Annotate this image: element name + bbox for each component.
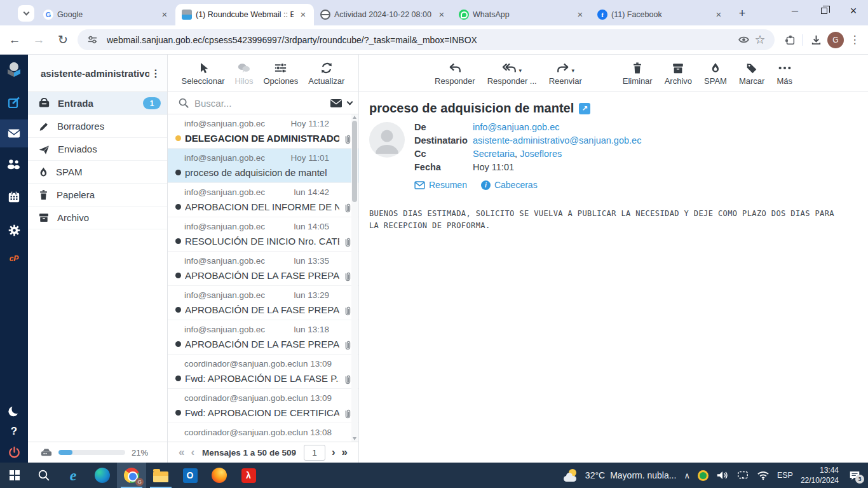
tab-close-icon[interactable]: × bbox=[574, 9, 586, 20]
reload-button[interactable]: ↻ bbox=[53, 30, 72, 50]
page-number-input[interactable] bbox=[304, 445, 325, 461]
search-input[interactable]: Buscar... bbox=[194, 98, 325, 109]
preview-eye-icon[interactable] bbox=[735, 32, 752, 48]
headers-link[interactable]: i Cabeceras bbox=[481, 180, 538, 190]
tab-search-button[interactable] bbox=[18, 5, 34, 22]
profile-avatar[interactable]: G bbox=[827, 32, 844, 48]
refresh-button[interactable]: Actualizar bbox=[308, 60, 344, 86]
more-button[interactable]: Más bbox=[776, 60, 792, 86]
open-in-new-window-icon[interactable]: ↗ bbox=[579, 103, 590, 114]
scroll-up-arrow[interactable] bbox=[353, 116, 356, 119]
message-list-item[interactable]: info@sanjuan.gob.ec lun 13:18 APROBACIÓN… bbox=[168, 320, 358, 355]
archive-button[interactable]: Archivo bbox=[665, 60, 692, 86]
tab-close-icon[interactable]: × bbox=[159, 9, 170, 20]
extensions-icon[interactable] bbox=[781, 31, 799, 49]
contacts-nav-button[interactable] bbox=[0, 150, 28, 178]
reply-all-button[interactable]: ▾ Responder ... bbox=[487, 60, 537, 86]
browser-tab[interactable]: f (11) Facebook × bbox=[591, 4, 729, 25]
url-text[interactable]: webmail.sanjuan.gob.ec/cpsess5423996997/… bbox=[107, 35, 735, 45]
volume-icon[interactable] bbox=[716, 470, 729, 481]
taskbar-outlook-icon[interactable]: O bbox=[175, 463, 205, 488]
tray-expand-icon[interactable]: ∧ bbox=[684, 471, 690, 480]
taskbar-clock[interactable]: 13:44 22/10/2024 bbox=[801, 465, 839, 485]
tab-close-icon[interactable]: × bbox=[297, 9, 309, 20]
sidebar-item-borradores[interactable]: Borradores bbox=[28, 115, 167, 138]
site-settings-icon[interactable] bbox=[84, 32, 100, 48]
cc-address-link[interactable]: Joseflores bbox=[520, 149, 562, 159]
back-button[interactable]: ← bbox=[5, 30, 24, 50]
message-list-item[interactable]: coordinador@sanjuan.gob.ec lun 13:09 Fwd… bbox=[168, 389, 358, 423]
search-scope-envelope-icon[interactable] bbox=[330, 98, 342, 108]
browser-tab[interactable]: Actividad 2024-10-22 08:00: × bbox=[314, 4, 452, 25]
message-list-item[interactable]: info@sanjuan.gob.ec Hoy 11:01 proceso de… bbox=[168, 149, 358, 183]
account-menu-icon[interactable]: ⋮ bbox=[149, 67, 162, 79]
scrollbar-thumb[interactable] bbox=[352, 121, 357, 202]
summary-link[interactable]: Resumen bbox=[414, 180, 467, 190]
options-button[interactable]: Opciones bbox=[263, 60, 298, 86]
message-list-item[interactable]: info@sanjuan.gob.ec lun 13:35 APROBACIÓN… bbox=[168, 252, 358, 286]
message-list-item[interactable]: info@sanjuan.gob.ec Hoy 11:12 DELEGACION… bbox=[168, 114, 358, 149]
keyboard-language[interactable]: ESP bbox=[777, 471, 793, 480]
search-bar[interactable]: Buscar... bbox=[168, 92, 358, 114]
sidebar-item-enviados[interactable]: Enviados bbox=[28, 138, 167, 161]
message-list-item[interactable]: coordinador@sanjuan.gob.ec lun 13:08 bbox=[168, 423, 358, 442]
forward-caret-icon[interactable]: ▾ bbox=[571, 67, 574, 74]
select-button[interactable]: Seleccionar bbox=[182, 60, 225, 86]
dark-mode-moon-icon[interactable] bbox=[8, 405, 20, 417]
browser-tab[interactable]: (1) Roundcube Webmail :: En × bbox=[175, 4, 314, 25]
sidebar-item-papelera[interactable]: Papelera bbox=[28, 184, 167, 207]
wireless-display-icon[interactable] bbox=[736, 470, 749, 480]
search-scope-chevron-icon[interactable] bbox=[347, 99, 353, 105]
reply-all-caret-icon[interactable]: ▾ bbox=[519, 67, 522, 74]
settings-gear-icon[interactable] bbox=[0, 216, 28, 244]
forward-button[interactable]: ▾ Reenviar bbox=[549, 60, 582, 86]
logout-power-icon[interactable] bbox=[8, 445, 21, 459]
prev-page-button[interactable]: ‹ bbox=[191, 446, 194, 459]
taskbar-chrome-icon[interactable]: G bbox=[117, 463, 146, 488]
scroll-down-arrow[interactable] bbox=[353, 437, 356, 440]
notification-center-icon[interactable]: 3 bbox=[846, 467, 863, 484]
cpanel-logo-icon[interactable]: cP bbox=[0, 249, 28, 268]
mark-button[interactable]: Marcar bbox=[739, 60, 764, 86]
threads-button[interactable]: Hilos bbox=[235, 60, 254, 86]
tab-close-icon[interactable]: × bbox=[436, 9, 447, 20]
wifi-icon[interactable] bbox=[757, 470, 770, 480]
taskbar-ie-icon[interactable]: e bbox=[58, 463, 88, 488]
close-window-button[interactable]: × bbox=[839, 0, 868, 22]
message-list-item[interactable]: info@sanjuan.gob.ec lun 13:29 APROBACIÓN… bbox=[168, 286, 358, 320]
message-list-item[interactable]: info@sanjuan.gob.ec lun 14:05 RESOLUCIÓN… bbox=[168, 217, 358, 252]
message-list-item[interactable]: coordinador@sanjuan.gob.ec lun 13:09 Fwd… bbox=[168, 355, 358, 389]
delete-button[interactable]: Eliminar bbox=[623, 60, 653, 86]
antivirus-tray-icon[interactable] bbox=[698, 470, 709, 481]
forward-button[interactable]: → bbox=[29, 30, 48, 50]
mail-nav-button[interactable] bbox=[0, 119, 28, 147]
last-page-button[interactable]: » bbox=[342, 446, 348, 459]
restore-button[interactable] bbox=[810, 0, 839, 22]
sidebar-item-entrada[interactable]: Entrada 1 bbox=[28, 92, 167, 115]
new-tab-button[interactable]: + bbox=[733, 4, 751, 22]
weather-widget[interactable]: 32°C Mayorm. nubla... bbox=[564, 469, 677, 482]
start-button[interactable] bbox=[0, 463, 29, 488]
taskbar-firefox-icon[interactable] bbox=[205, 463, 234, 488]
cc-address-link[interactable]: Secretaria bbox=[473, 149, 515, 159]
message-list-item[interactable]: info@sanjuan.gob.ec lun 14:42 APROBACION… bbox=[168, 183, 358, 217]
calendar-nav-button[interactable] bbox=[0, 183, 28, 211]
taskbar-edge-icon[interactable] bbox=[88, 463, 117, 488]
from-address-link[interactable]: info@sanjuan.gob.ec bbox=[473, 122, 559, 132]
browser-menu-icon[interactable]: ⋮ bbox=[846, 33, 863, 46]
taskbar-search-button[interactable] bbox=[29, 463, 58, 488]
list-scrollbar[interactable] bbox=[351, 114, 358, 442]
bookmark-star-icon[interactable]: ☆ bbox=[752, 32, 768, 48]
browser-tab[interactable]: WhatsApp × bbox=[452, 4, 591, 25]
minimize-button[interactable]: ─ bbox=[780, 0, 810, 22]
address-bar[interactable]: webmail.sanjuan.gob.ec/cpsess5423996997/… bbox=[78, 29, 775, 50]
compose-button[interactable] bbox=[0, 89, 28, 117]
sidebar-item-archivo[interactable]: Archivo bbox=[28, 207, 167, 229]
next-page-button[interactable]: › bbox=[332, 446, 336, 459]
browser-tab[interactable]: G Google × bbox=[37, 4, 175, 25]
downloads-icon[interactable] bbox=[807, 31, 825, 49]
taskbar-acrobat-icon[interactable]: λ bbox=[234, 463, 263, 488]
reply-button[interactable]: Responder bbox=[435, 60, 475, 86]
tab-close-icon[interactable]: × bbox=[713, 9, 724, 20]
first-page-button[interactable]: « bbox=[179, 446, 184, 459]
